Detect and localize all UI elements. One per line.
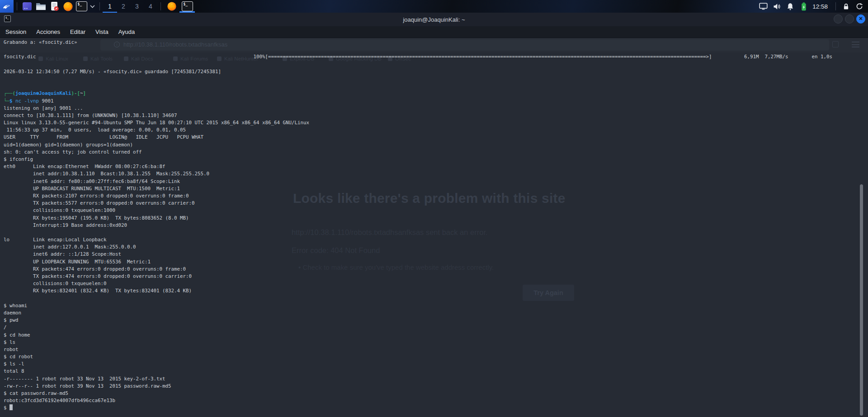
terminal-line: fsocity.dic 100%[=======================…: [4, 53, 832, 61]
firefox-icon: [63, 1, 73, 12]
terminal-line: total 8: [4, 368, 832, 375]
volume-tray-button[interactable]: [770, 0, 783, 13]
terminal-line: $ cat password.raw-md5: [4, 390, 832, 397]
ghost-library-icon: [832, 41, 839, 47]
terminal-line: [4, 75, 832, 83]
terminal-line: UP LOOPBACK RUNNING MTU:65536 Metric:1: [4, 258, 832, 266]
bell-icon: [787, 3, 794, 10]
terminal-line: inet6 addr: ::1/128 Scope:Host: [4, 251, 832, 258]
panel-right: 12:58: [756, 0, 868, 13]
terminal-output: Grabando a: «fsocity.dic» fsocity.dic 10…: [4, 39, 832, 412]
terminal-line: $ whoami: [4, 302, 832, 309]
taskbar-firefox[interactable]: [164, 0, 179, 13]
chevron-down-icon: [90, 5, 95, 8]
terminal-line: RX packets:2107 errors:0 dropped:0 overr…: [4, 192, 832, 200]
terminal-line: 2026-03-12 12:34:50 (7,27 MB/s) - «fsoci…: [4, 68, 832, 75]
terminal-line: [4, 83, 832, 90]
terminal-line: [4, 61, 832, 68]
terminal-line: $ cd robot: [4, 353, 832, 361]
lock-button[interactable]: [839, 0, 853, 13]
terminal-launcher[interactable]: $_: [75, 0, 88, 12]
terminal-cursor: [9, 404, 13, 410]
menu-acciones[interactable]: Acciones: [36, 28, 60, 35]
terminal-line: TX packets:474 errors:0 dropped:0 overru…: [4, 273, 832, 280]
terminal-line: $ cd home: [4, 332, 832, 339]
panel-separator: [17, 2, 17, 10]
folder-icon: [36, 2, 46, 11]
window-title: joaquin@JoaquinKali: ~: [0, 16, 868, 23]
panel-separator: [160, 2, 161, 10]
notifications-tray-button[interactable]: [783, 0, 797, 13]
ghost-hamburger-icon: [852, 42, 859, 47]
battery-icon: [801, 2, 807, 11]
dashboard-launcher[interactable]: [20, 0, 34, 12]
terminal-line: [4, 46, 832, 53]
window-controls: [834, 14, 865, 23]
terminal-line: uid=1(daemon) gid=1(daemon) groups=1(dae…: [4, 141, 832, 149]
terminal-line: sh: 0: can't access tty; job control tur…: [4, 149, 832, 156]
terminal-line: $ pwd: [4, 317, 832, 324]
terminal-line: -rw-r--r-- 1 robot robot 39 Nov 13 2015 …: [4, 383, 832, 390]
terminal-line: USER TTY FROM LOGIN@ IDLE JCPU PCPU WHAT: [4, 134, 832, 141]
kali-logo-icon: [2, 1, 12, 11]
battery-tray-button[interactable]: [797, 0, 811, 13]
terminal-line: inet addr:10.38.1.110 Bcast:10.38.1.255 …: [4, 170, 832, 178]
firefox-launcher[interactable]: [61, 0, 75, 12]
terminal-icon: $_: [76, 1, 87, 11]
terminal-line: robot: [4, 346, 832, 353]
terminal-line: lo Link encap:Local Loopback: [4, 236, 832, 244]
terminal-line: UP BROADCAST RUNNING MULTICAST MTU:1500 …: [4, 185, 832, 192]
terminal-line: Linux linux 3.13.0-55-generic #94-Ubuntu…: [4, 119, 832, 127]
menu-vista[interactable]: Vista: [95, 28, 108, 35]
close-button[interactable]: [856, 14, 865, 23]
workspace-3[interactable]: 3: [130, 0, 144, 13]
terminal-line: Grabando a: «fsocity.dic»: [4, 39, 832, 46]
panel-left: $_ 1 2 3 4 $_: [0, 0, 195, 13]
terminal-line: Interrupt:19 Base address:0xd020: [4, 222, 832, 229]
panel-separator: [99, 2, 100, 10]
top-panel: $_ 1 2 3 4 $_: [0, 0, 868, 13]
maximize-button[interactable]: [845, 14, 854, 23]
scrollbar-thumb[interactable]: [860, 184, 863, 416]
text-editor-icon: [50, 1, 59, 11]
desktop: $_ 1 2 3 4 $_: [0, 0, 868, 417]
menu-session[interactable]: Session: [5, 28, 26, 35]
terminal-line: $: [4, 404, 832, 412]
terminal-line: RX bytes:195047 (195.0 KB) TX bytes:8083…: [4, 215, 832, 222]
workspace-4[interactable]: 4: [144, 0, 157, 13]
terminal-line: connect to [10.38.1.111] from (UNKNOWN) …: [4, 112, 832, 119]
dashboard-icon: [22, 2, 32, 11]
terminal-line: [4, 229, 832, 236]
minimize-button[interactable]: [834, 14, 843, 23]
terminal-line: inet addr:127.0.0.1 Mask:255.0.0.0: [4, 244, 832, 251]
terminal-line: inet6 addr: fe80::a00:27ff:fec6:ba8f/64 …: [4, 178, 832, 185]
window-titlebar[interactable]: $_ joaquin@JoaquinKali: ~: [0, 13, 868, 26]
menu-ayuda[interactable]: Ayuda: [118, 28, 135, 35]
panel-separator: [835, 2, 836, 10]
lock-icon: [842, 3, 850, 10]
display-tray-button[interactable]: [756, 0, 770, 13]
power-button[interactable]: [853, 0, 866, 13]
menu-editar[interactable]: Editar: [70, 28, 85, 35]
terminal-line: daemon: [4, 309, 832, 317]
text-editor-launcher[interactable]: [47, 0, 61, 12]
terminal-line: └─$ nc -lvnp 9001: [4, 98, 832, 105]
workspace-1[interactable]: 1: [103, 0, 117, 13]
clock[interactable]: 12:58: [811, 3, 832, 10]
terminal-line: -r-------- 1 robot robot 33 Nov 13 2015 …: [4, 375, 832, 383]
terminal-line: listening on [any] 9001 ...: [4, 105, 832, 112]
terminal-viewport[interactable]: i http://10.38.1.110/robots.txtadhsanfks…: [0, 38, 868, 417]
taskbar-terminal[interactable]: $_: [179, 0, 195, 13]
file-manager-launcher[interactable]: [34, 0, 47, 12]
firefox-icon: [167, 1, 177, 11]
terminal-line: ┌──(joaquin⊛JoaquinKali)-[~]: [4, 90, 832, 97]
terminal-line: $ ifconfig: [4, 156, 832, 163]
kali-menu-button[interactable]: [0, 0, 14, 13]
terminal-line: TX packets:5577 errors:0 dropped:0 overr…: [4, 200, 832, 207]
terminal-line: $ ls: [4, 339, 832, 346]
workspace-2[interactable]: 2: [117, 0, 130, 13]
terminal-line: /: [4, 324, 832, 331]
terminal-line: collisions:0 txqueuelen:0: [4, 280, 832, 287]
terminal-launcher-dropdown[interactable]: [88, 0, 96, 12]
terminal-line: $ ls -l: [4, 361, 832, 368]
